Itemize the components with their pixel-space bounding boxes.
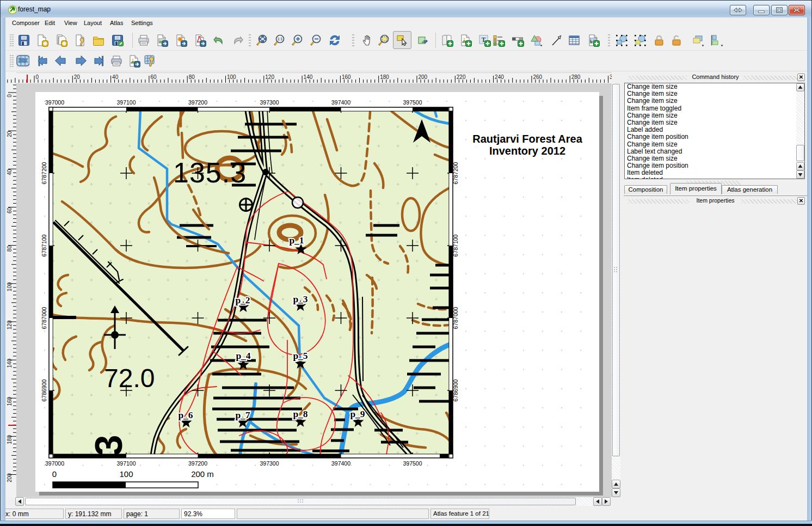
- svg-text:200 m: 200 m: [191, 469, 214, 479]
- svg-text:300: 300: [610, 74, 612, 80]
- svg-text:p_1: p_1: [289, 235, 304, 246]
- svg-text:160: 160: [342, 74, 351, 80]
- svg-text:100: 100: [227, 74, 236, 80]
- svg-text:0: 0: [36, 74, 39, 80]
- svg-text:40: 40: [112, 74, 119, 80]
- svg-text:6786900: 6786900: [41, 379, 47, 401]
- svg-text:20: 20: [74, 74, 81, 80]
- svg-text:6786900: 6786900: [452, 379, 459, 401]
- svg-text:200: 200: [419, 74, 428, 80]
- svg-text:120: 120: [265, 74, 274, 80]
- svg-text:397500: 397500: [403, 460, 422, 467]
- svg-text:180: 180: [380, 74, 389, 80]
- svg-text:80: 80: [7, 246, 13, 252]
- svg-text:40: 40: [7, 169, 13, 175]
- svg-text:397300: 397300: [260, 460, 279, 467]
- svg-text:280: 280: [571, 74, 581, 80]
- svg-text:140: 140: [304, 74, 313, 80]
- svg-text:6787200: 6787200: [41, 162, 47, 184]
- svg-text:6787200: 6787200: [452, 162, 459, 184]
- svg-text:100: 100: [7, 282, 13, 291]
- svg-text:397500: 397500: [403, 99, 422, 106]
- svg-text:240: 240: [495, 74, 504, 80]
- svg-text:397100: 397100: [116, 99, 136, 106]
- svg-text:397200: 397200: [188, 460, 207, 467]
- svg-text:6787000: 6787000: [452, 307, 459, 329]
- svg-text:6787000: 6787000: [41, 307, 47, 329]
- svg-text:397200: 397200: [188, 99, 207, 106]
- svg-text:220: 220: [457, 74, 466, 80]
- svg-text:Rautjarvi Forest Area: Rautjarvi Forest Area: [472, 133, 582, 145]
- svg-text:Inventory 2012: Inventory 2012: [489, 145, 565, 157]
- svg-text:20: 20: [7, 131, 13, 137]
- svg-text:397400: 397400: [331, 460, 350, 467]
- svg-text:160: 160: [7, 396, 13, 406]
- svg-text:135.3: 135.3: [173, 157, 247, 188]
- svg-text:0: 0: [7, 94, 13, 97]
- svg-text:260: 260: [533, 74, 542, 80]
- svg-text:6787100: 6787100: [41, 234, 47, 256]
- svg-text:397000: 397000: [45, 460, 64, 467]
- svg-text:397000: 397000: [45, 99, 64, 106]
- svg-text:p_6: p_6: [178, 409, 193, 420]
- svg-text:180: 180: [7, 435, 13, 444]
- svg-text:120: 120: [7, 320, 13, 329]
- svg-text:1:1: 1:1: [278, 37, 283, 41]
- svg-text:p_8: p_8: [293, 408, 307, 419]
- svg-text:p_3: p_3: [293, 293, 307, 304]
- svg-text:p_5: p_5: [293, 350, 307, 361]
- svg-text:100: 100: [119, 469, 133, 479]
- svg-text:72.0: 72.0: [104, 364, 155, 393]
- svg-text:140: 140: [7, 358, 13, 368]
- svg-text:p_4: p_4: [236, 350, 250, 361]
- svg-text:0: 0: [52, 469, 57, 479]
- svg-text:p_2: p_2: [235, 295, 250, 305]
- svg-text:80: 80: [189, 74, 195, 80]
- svg-text:200: 200: [7, 473, 13, 482]
- svg-text:6787100: 6787100: [452, 234, 459, 256]
- svg-text:3: 3: [88, 435, 130, 456]
- svg-text:397400: 397400: [331, 99, 350, 106]
- svg-text:p_9: p_9: [350, 408, 365, 419]
- svg-text:60: 60: [150, 74, 157, 80]
- svg-text:397100: 397100: [116, 460, 136, 467]
- svg-text:p_7: p_7: [235, 409, 250, 420]
- svg-text:397300: 397300: [260, 99, 279, 106]
- svg-text:60: 60: [7, 207, 13, 214]
